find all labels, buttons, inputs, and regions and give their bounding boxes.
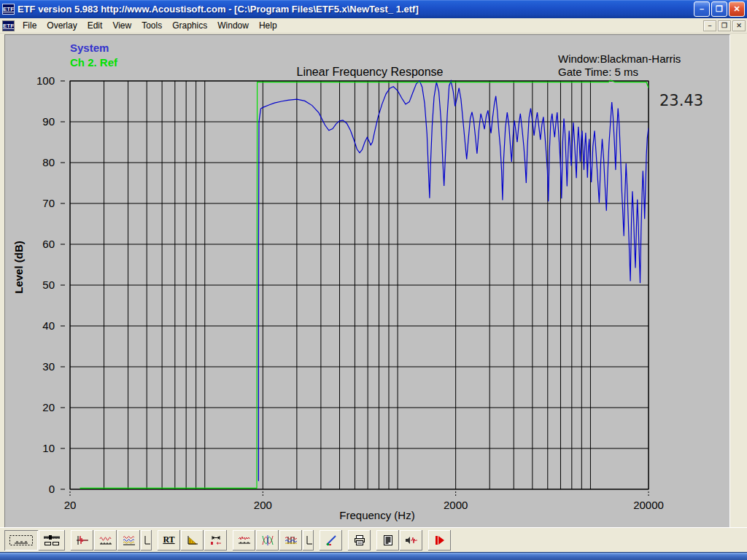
svg-text:20: 20 [42,401,55,413]
red-play-icon [433,534,446,546]
jagged-wave-icon [238,534,251,546]
close-button[interactable]: ✕ [729,1,745,17]
axis-scale-button-1[interactable] [141,530,152,551]
restore-button[interactable]: ❐ [711,1,727,17]
impulse-spike-icon [76,534,89,546]
menu-overlay[interactable]: Overlay [42,19,82,32]
menu-tools[interactable]: Tools [136,19,167,32]
svg-text:20: 20 [64,499,77,511]
axis-corner-icon [304,534,313,546]
rgb-curves-icon [261,534,274,546]
energy-decay-button[interactable] [181,530,204,551]
bars-waves-icon [285,534,298,546]
window-title: ETF version 5.983 http://www.Acoustisoft… [18,4,694,15]
spectrum-overlay-button[interactable] [279,530,302,551]
menu-edit[interactable]: Edit [82,19,108,32]
legend-ch2-ref: Ch 2. Ref [70,56,117,69]
run-measurement-button[interactable] [428,530,451,551]
mdi-document-icon: ETF [2,20,15,31]
svg-text:10: 10 [42,442,55,454]
printer-icon [353,534,366,546]
title-bar: ETF ETF version 5.983 http://www.Acousti… [0,0,747,18]
menu-bar: ETF File Overlay Edit View Tools Graphic… [0,18,747,34]
y-axis-label: Level (dB) [12,158,25,377]
print-button[interactable] [348,530,371,551]
select-region-button[interactable] [4,530,38,551]
slider-boxes-icon [43,534,61,546]
svg-text:50: 50 [42,279,55,291]
mdi-restore-button[interactable]: ❐ [718,20,731,31]
svg-text:70: 70 [42,197,55,209]
svg-text:100: 100 [36,74,55,87]
svg-text:0: 0 [49,483,55,495]
noise-level-button[interactable] [233,530,255,551]
document-icon [382,534,395,546]
impulse-response-button[interactable] [71,530,93,551]
bottom-toolbar: RT [0,527,747,552]
color-settings-button[interactable] [320,530,342,551]
frequency-response-plot: 010203040506070809010020200200020000 [5,35,731,528]
svg-text:30: 30 [42,360,55,373]
frequency-response-button[interactable] [94,530,117,551]
x-axis-label: Frequency (Hz) [231,509,523,521]
mdi-client-area: 010203040506070809010020200200020000 Sys… [0,34,747,527]
legend-system: System [70,42,109,54]
minimize-button[interactable]: – [694,1,710,17]
gate-time-label: Gate Time: 5 ms [558,66,638,78]
chart-title: Linear Frequency Response [224,66,516,79]
mdi-close-button[interactable]: ✕ [732,20,746,31]
svg-text:90: 90 [42,115,55,128]
rt-button-label: RT [163,534,174,545]
overlay-responses-button[interactable] [117,530,140,551]
svg-text:60: 60 [42,238,55,250]
speaker-wave-icon [405,534,418,546]
axis-corner-icon [142,534,151,546]
chart-area: 010203040506070809010020200200020000 Sys… [4,34,730,527]
menu-file[interactable]: File [18,19,42,32]
multi-wave-icon [123,534,136,546]
gate-arrows-icon [209,534,222,546]
taskbar-strip[interactable] [0,552,747,560]
svg-text:80: 80 [42,156,55,168]
svg-text:20000: 20000 [633,499,664,511]
red-wave-axis-icon [99,534,112,546]
app-icon: ETF [2,4,15,15]
menu-help[interactable]: Help [254,19,282,32]
axis-scale-button-2[interactable] [303,530,314,551]
menu-view[interactable]: View [107,19,136,32]
phase-response-button[interactable] [256,530,279,551]
mdi-minimize-button[interactable]: – [703,20,716,31]
yellow-decay-icon [186,534,199,546]
speaker-test-button[interactable] [400,530,422,551]
side-readout-value: 23.43 [659,92,703,109]
report-button[interactable] [376,530,399,551]
pencil-colors-icon [325,534,338,546]
menu-graphics[interactable]: Graphics [167,19,212,32]
menu-window[interactable]: Window [212,19,254,32]
rt-button[interactable]: RT [158,530,180,551]
svg-text:40: 40 [42,319,55,332]
window-settings-button[interactable] [39,530,65,551]
gate-time-button[interactable] [204,530,227,551]
window-function-label: Window:Blackman-Harris [558,52,681,65]
dashed-marquee-icon [9,534,34,546]
